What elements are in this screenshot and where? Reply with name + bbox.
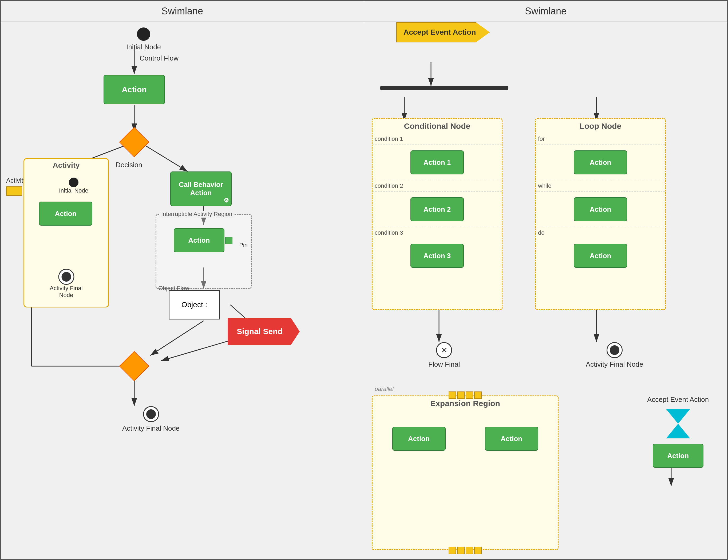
flow-final-node: ✕ [436, 342, 452, 358]
accept-event-small-action[interactable]: Action [653, 444, 703, 468]
swimlane-left-header: Swimlane [1, 1, 364, 22]
action3-box[interactable]: Action 3 [410, 244, 464, 268]
signal-send[interactable]: Signal Send [228, 318, 300, 345]
condition2-label: condition 2 [373, 180, 502, 192]
activity-initial-node-group: Initial Node [59, 178, 88, 194]
swimlane-right-header: Swimlane [364, 1, 727, 22]
pin-box [225, 237, 232, 244]
activity-param-node [6, 187, 22, 196]
while-label: while [536, 180, 665, 192]
flow-final-group: ✕ Flow Final [428, 342, 460, 368]
accept-event-action[interactable]: Accept Event Action [396, 22, 490, 42]
activity-final-bottom [143, 406, 159, 422]
expansion-region: parallel Expansion Region Action Action [372, 395, 559, 550]
parallel-label: parallel [375, 385, 394, 392]
loop-node-box: Loop Node for Action while Action do Act… [535, 118, 666, 310]
interruptible-region: Interruptible Activity Region Action Pin [156, 214, 252, 289]
decision-diamond [121, 129, 148, 156]
expansion-action1[interactable]: Action [392, 427, 446, 451]
interruptible-action[interactable]: Action [174, 228, 224, 252]
svg-line-7 [150, 321, 204, 355]
initial-node [137, 27, 150, 41]
activity-final-right-group: Activity Final Node [586, 342, 643, 368]
do-label: do [536, 227, 665, 239]
condition1-label: condition 1 [373, 133, 502, 145]
loop-action2-box[interactable]: Action [574, 197, 627, 221]
decision-diamond-wrapper [121, 129, 148, 156]
activity-final-inner-group: Activity Final Node [45, 269, 87, 299]
interruptible-label: Interruptible Activity Region [159, 211, 235, 218]
activity-label: Activity [53, 161, 80, 170]
loop-action3-box[interactable]: Action [574, 244, 627, 268]
activity-final-bottom-group: Activity Final Node [122, 406, 180, 432]
sync-bar-group [380, 86, 508, 90]
action1-box[interactable]: Action 1 [410, 150, 464, 175]
accept-event-action-group: Accept Event Action [396, 22, 490, 42]
activity-final-right [607, 342, 623, 358]
call-behavior-action[interactable]: Call Behavior Action ⚙ [170, 172, 232, 206]
for-label: for [536, 133, 665, 145]
rake-icon: ⚙ [224, 197, 229, 204]
swimlane-left: Swimlane [1, 1, 364, 559]
hourglass-icon [666, 409, 690, 438]
condition3-label: condition 3 [373, 227, 502, 239]
activity-initial-node [69, 178, 78, 187]
activity-final-inner [58, 269, 74, 285]
expansion-ports-top [449, 391, 482, 399]
svg-line-4 [146, 146, 188, 172]
sync-bar [380, 86, 508, 90]
conditional-node-label: Conditional Node [373, 119, 502, 133]
initial-node-group: Initial Node [126, 27, 161, 51]
diagram-container: Swimlane [0, 0, 728, 560]
decision2-diamond [121, 353, 148, 379]
expansion-action2[interactable]: Action [485, 427, 538, 451]
loop-node-label: Loop Node [536, 119, 665, 133]
activity-inner-action[interactable]: Action [39, 202, 92, 226]
expansion-ports-bottom [449, 547, 482, 554]
loop-action1-box[interactable]: Action [574, 150, 627, 175]
swimlane-right: Swimlane [364, 1, 727, 559]
accept-event-small-group: Accept Event Action Action [647, 395, 709, 468]
control-flow-label: Control Flow [140, 54, 179, 62]
conditional-node-box: Conditional Node condition 1 Action 1 co… [372, 118, 503, 310]
action2-box[interactable]: Action 2 [410, 197, 464, 221]
decision-label: Decision [116, 161, 142, 169]
initial-node-label: Initial Node [126, 43, 161, 51]
activity-box: Activity Initial Node Action Activity Fi… [23, 158, 109, 307]
action-box-1[interactable]: Action [104, 75, 165, 104]
object-box: Object : [169, 290, 220, 319]
pin-label: Pin [239, 242, 248, 249]
decision2-diamond-wrapper [121, 353, 148, 379]
